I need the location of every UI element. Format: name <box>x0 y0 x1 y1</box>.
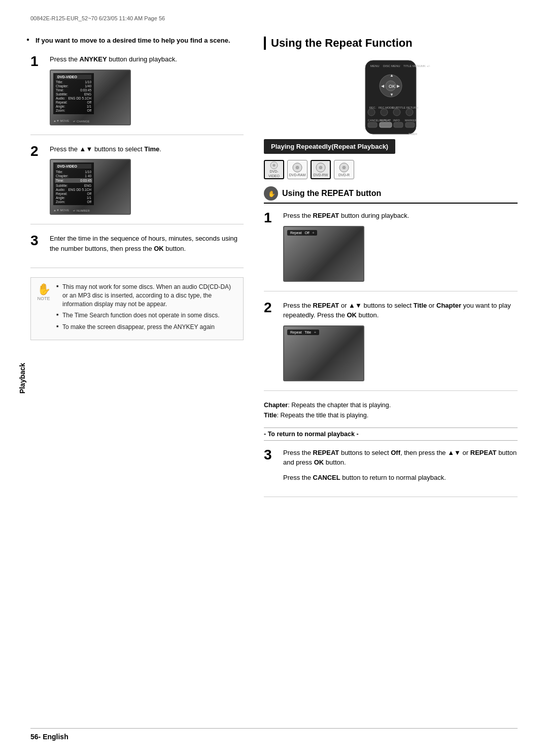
step-2-number: 2 <box>30 144 45 215</box>
title-text: : Repeats the title that is playing. <box>277 412 368 419</box>
dvd-row-zoom: Zoom:Off <box>56 109 91 113</box>
note-item-2: The Time Search function does not operat… <box>56 311 238 320</box>
svg-point-36 <box>342 166 346 169</box>
svg-text:REPEAT: REPEAT <box>380 119 391 122</box>
dvd-row-subtitle: Subtitle:ENG <box>56 92 91 96</box>
footer-page-number: 56- English <box>30 733 68 741</box>
dvd-title-bar-1: DVD-VIDEO <box>56 75 91 79</box>
dvd-title-bar-2: DVD-VIDEO <box>56 164 91 169</box>
step-1: 1 Press the ANYKEY button during playbac… <box>30 54 244 135</box>
main-content: If you want to move to a desired time to… <box>30 37 518 506</box>
dvd-row2-zoom: Zoom:Off <box>56 200 91 204</box>
dvd-row2-chapter: Chapter:1 40 <box>56 174 91 178</box>
dvd-row-title: Title:1/10 <box>56 80 91 84</box>
note-icon-container: ✋ NOTE <box>36 283 51 335</box>
dvd-row-time: Time:0:03:45 <box>56 88 91 92</box>
dvd-row-angle: Angle:1/1 <box>56 105 91 109</box>
right-step-3-text: Press the REPEAT buttons to select Off, … <box>283 448 518 468</box>
intro-bullet-text: If you want to move to a desired time to… <box>36 37 230 44</box>
bottom-move-1: ▲▼ MOVE <box>53 119 69 123</box>
svg-rect-24 <box>368 122 377 127</box>
left-column: If you want to move to a desired time to… <box>30 37 244 506</box>
r2-bold1: REPEAT <box>313 302 339 309</box>
r3-bold2: Off <box>391 449 400 456</box>
svg-point-32 <box>296 166 299 169</box>
bottom-change-1: ↵ CHANGE <box>73 119 89 123</box>
dvd-info-overlay-1: DVD-VIDEO Title:1/10 Chapter:1/40 Time:0… <box>53 73 94 114</box>
page-footer: 56- English <box>30 728 518 741</box>
r3-cancel: CANCEL <box>313 474 340 481</box>
svg-point-16 <box>368 109 375 116</box>
remote-svg: MENU DISC MENU TITLE MENU MK +/- OK ▲ ▼ … <box>335 58 447 139</box>
note-item-3: To make the screen disappear, press the … <box>56 323 238 332</box>
dvd-row2-time: Time:0:03:45 <box>55 178 92 183</box>
repeat-icon: ✋ <box>264 186 278 201</box>
dvd-row-repeat: Repeat:Off <box>56 101 91 105</box>
step-3: 3 Enter the time in the sequence of hour… <box>30 234 244 268</box>
svg-text:▲: ▲ <box>390 73 394 78</box>
note-list: This may not work for some discs. When a… <box>56 283 238 332</box>
dvd-row2-audio: Audio:ENG DD 5.1CH <box>56 187 91 191</box>
dvd-row2-title: Title:1/10 <box>56 170 91 174</box>
note-box: ✋ NOTE This may not work for some discs.… <box>30 277 244 340</box>
right-step-1-content: Press the REPEAT button during playback.… <box>283 211 518 282</box>
svg-text:✋: ✋ <box>268 190 275 198</box>
bottom-bar-1: ▲▼ MOVE ↵ CHANGE <box>53 119 127 123</box>
screen-mockup-2: DVD-VIDEO Title:1/10 Chapter:1 40 Time:0… <box>50 159 131 215</box>
step-2-content: Press the ▲▼ buttons to select Time. DVD… <box>50 144 244 215</box>
playback-sidebar-label: Playback <box>18 363 26 393</box>
chapter-desc: Chapter: Repeats the chapter that is pla… <box>264 400 518 420</box>
step-2-arrows: ▲▼ <box>80 145 93 153</box>
svg-point-17 <box>381 109 388 116</box>
hand-icon: ✋ <box>267 189 275 198</box>
screen-mockup-1: DVD-VIDEO Title:1/10 Chapter:1/40 Time:0… <box>50 70 131 125</box>
disc-icons: DVD-VIDEO DVD-RAM DVD-RW <box>264 160 518 179</box>
r2-bold2: Title <box>414 302 427 309</box>
disc-icon-dvd-r: DVD-R <box>334 160 354 179</box>
step-2-bold: Time <box>144 145 159 153</box>
right-step-2: 2 Press the REPEAT or ▲▼ buttons to sele… <box>264 301 518 391</box>
svg-text:SUBTITLE: SUBTITLE <box>392 106 406 109</box>
return-normal: - To return to normal playback - <box>264 428 518 441</box>
r3-bold1: REPEAT <box>313 449 339 456</box>
bottom-number-2: ↵ NUMBER <box>73 209 90 212</box>
dvd-info-overlay-2: DVD-VIDEO Title:1/10 Chapter:1 40 Time:0… <box>53 162 94 205</box>
step-1-key: ANYKEY <box>80 55 107 63</box>
repeat-overlay-2: Repeat Title ÷ <box>287 330 319 335</box>
step-3-text: Enter the time in the sequence of hours,… <box>50 234 244 253</box>
svg-text:MENU: MENU <box>370 64 380 68</box>
svg-text:MK +/-: MK +/- <box>421 64 430 68</box>
svg-text:OK: OK <box>389 84 395 89</box>
svg-text:CANCEL: CANCEL <box>368 119 379 122</box>
right-step-1-bold: REPEAT <box>313 212 339 219</box>
r3-bold3: REPEAT <box>470 449 497 456</box>
dvd-ram-icon <box>292 162 303 173</box>
title-label: Title <box>264 412 277 419</box>
right-step-3-number: 3 <box>264 448 278 488</box>
section-title: Using the Repeat Function <box>264 37 518 50</box>
page-container: Playback 00842E-R125-EUR_52~70 6/23/05 1… <box>0 0 548 756</box>
svg-text:TIMER: TIMER <box>408 133 417 136</box>
header-file-info: 00842E-R125-EUR_52~70 6/23/05 11:40 AM P… <box>30 15 165 21</box>
disc-icon-dvd-ram: DVD-RAM <box>287 160 307 179</box>
r3-arrows: ▲▼ <box>448 449 461 456</box>
chapter-label: Chapter <box>264 402 288 409</box>
right-step-3: 3 Press the REPEAT buttons to select Off… <box>264 448 518 498</box>
screen-mockup-repeat-1: Repeat Off ÷ <box>283 226 364 282</box>
right-column: Using the Repeat Function MENU DISC MENU… <box>264 37 518 506</box>
r2-bold4: OK <box>347 311 357 319</box>
step-2-text: Press the ▲▼ buttons to select Time. <box>50 144 244 154</box>
sub-section-label: Using the REPEAT button <box>282 189 381 198</box>
svg-text:TITLE MENU: TITLE MENU <box>403 64 422 68</box>
svg-point-19 <box>406 109 413 116</box>
step-3-ok: OK <box>154 245 164 252</box>
dvd-row-chapter: Chapter:1/40 <box>56 84 91 88</box>
step-1-content: Press the ANYKEY button during playback.… <box>50 54 244 125</box>
svg-text:INFO: INFO <box>393 119 400 122</box>
note-label: NOTE <box>36 296 51 301</box>
remote-image-container: MENU DISC MENU TITLE MENU MK +/- OK ▲ ▼ … <box>264 58 518 139</box>
svg-rect-26 <box>394 122 403 127</box>
disc-icon-dvd-video: DVD-VIDEO <box>264 160 284 179</box>
disc-icon-dvd-rw: DVD-RW <box>311 160 331 179</box>
svg-rect-25 <box>380 122 392 127</box>
